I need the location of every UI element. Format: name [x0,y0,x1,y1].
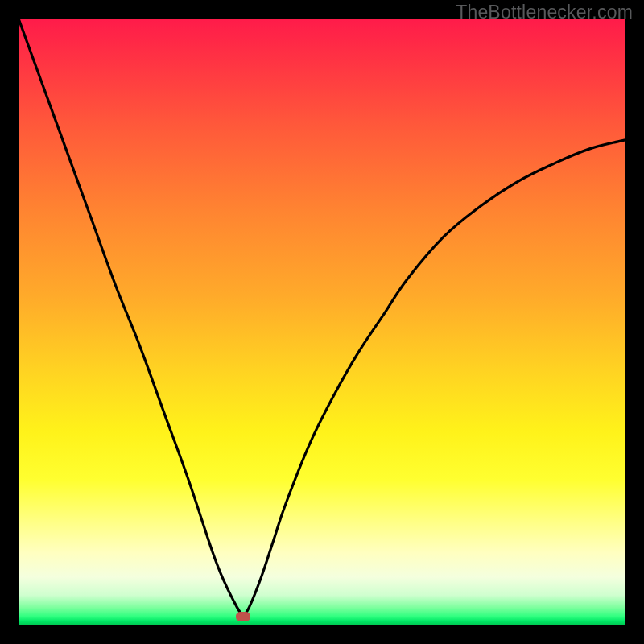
chart-frame [0,0,644,644]
chart-stage: TheBottlenecker.com [0,0,644,644]
watermark-label: TheBottlenecker.com [456,2,633,23]
